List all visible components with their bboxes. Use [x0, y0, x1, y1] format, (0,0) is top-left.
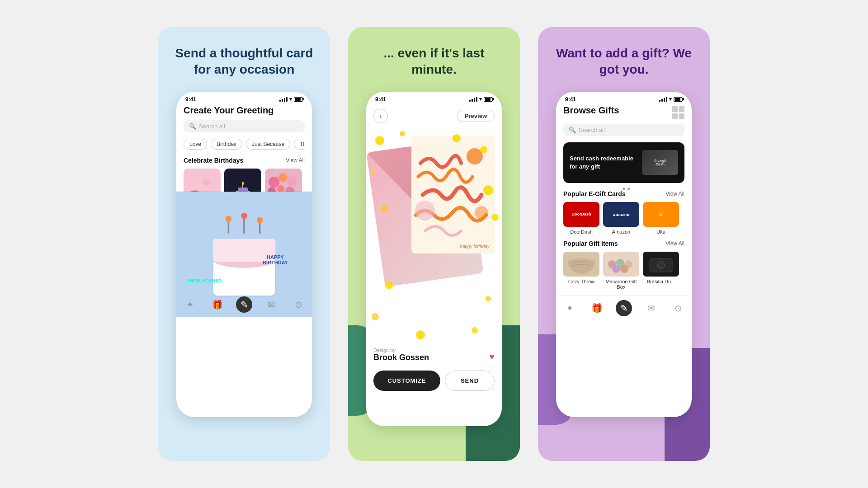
ulta-label: Ulta: [656, 229, 665, 235]
wifi-icon-3: ▾: [669, 96, 672, 102]
panel-1: Send a thoughtful card for any occasion …: [158, 27, 330, 461]
status-icons-3: ▾: [659, 96, 683, 102]
macaroon-label: Macaroon Gift Box: [603, 279, 639, 290]
signal-icon-3: [659, 97, 667, 102]
gift-items-section: Popular Gift Items View All: [563, 240, 684, 290]
panel-2: ... even if it's last minute. 9:41 ▾: [348, 27, 520, 461]
nav-profile-1[interactable]: ⊙: [290, 296, 307, 313]
card-preview-area: happy birthday: [366, 127, 502, 344]
gift-items-title: Popular Gift Items: [563, 240, 618, 247]
panel2-title: ... even if it's last minute.: [362, 45, 506, 78]
promo-banner[interactable]: Send cash redeemable for any gift Giving…: [563, 142, 684, 183]
trending-text-2: HAPPY BIRTHDAY: [263, 254, 288, 265]
grid-icon[interactable]: [672, 106, 684, 119]
browse-header: Browse Gifts: [563, 105, 684, 120]
svg-point-44: [415, 201, 435, 221]
trending-cards-grid: THINK POSITIVE: [184, 233, 305, 287]
panel3-title: Want to add a gift? We got you.: [552, 45, 696, 78]
doordash-label: DoorDash: [570, 229, 593, 235]
phone2-top-nav: ‹ Preview: [366, 105, 502, 127]
trending-card-2[interactable]: HAPPY BIRTHDAY: [246, 233, 305, 287]
designer-info: Design by Brook Gossen ♥: [366, 344, 502, 366]
egift-title: Popular E-Gift Cards: [563, 190, 626, 197]
nav-sparkle-3[interactable]: ✦: [561, 300, 578, 316]
search-placeholder-3: Search all: [579, 127, 605, 133]
doordash-logo: DoorDash: [563, 202, 599, 227]
phone-2: 9:41 ▾ ‹ Preview: [366, 92, 502, 426]
signal-icon-2: [469, 97, 477, 102]
brasilia-image: [643, 252, 679, 277]
browse-heading: Browse Gifts: [563, 105, 619, 116]
send-button[interactable]: SEND: [445, 371, 495, 391]
svg-point-31: [400, 131, 405, 136]
amazon-label: Amazon: [612, 229, 630, 235]
macaroon-item[interactable]: Macaroon Gift Box: [603, 252, 639, 290]
time-3: 9:41: [565, 96, 576, 103]
card-text: happy birthday: [460, 244, 490, 249]
svg-point-39: [416, 330, 425, 339]
status-icons-2: ▾: [469, 96, 493, 102]
search-icon-3: 🔍: [569, 127, 576, 133]
battery-icon-2: [484, 97, 493, 102]
svg-point-41: [372, 313, 379, 320]
nav-profile-3[interactable]: ⊙: [670, 300, 686, 316]
time-2: 9:41: [375, 96, 386, 103]
nav-gift-3[interactable]: 🎁: [589, 300, 605, 316]
bottom-nav-3: ✦ 🎁 ✎ ✉ ⊙: [556, 295, 692, 321]
phone-1: 9:41 ▾ Create Your Greeting: [176, 92, 312, 417]
nav-compose-3[interactable]: ✎: [616, 300, 632, 316]
nav-gift-1[interactable]: 🎁: [209, 296, 225, 313]
svg-point-43: [467, 148, 483, 164]
svg-point-51: [612, 265, 620, 273]
trending-text-1: THINK POSITIVE: [187, 278, 223, 283]
battery-icon-3: [674, 97, 683, 102]
amazon-logo: amazon: [603, 202, 639, 227]
promo-card-visual: Givingil Cash: [642, 150, 678, 175]
phone1-content: Create Your Greeting 🔍 Search all Love B…: [176, 105, 312, 287]
svg-point-38: [486, 296, 491, 301]
doordash-card[interactable]: DoorDash DoorDash: [563, 202, 599, 235]
phone-3: 9:41 ▾ Browse Gifts: [556, 92, 692, 417]
brasilia-item[interactable]: Brasilia Du...: [643, 252, 679, 290]
wifi-icon-2: ▾: [479, 96, 482, 102]
status-bar-2: 9:41 ▾: [366, 92, 502, 105]
ulta-card[interactable]: U Ulta: [643, 202, 679, 235]
search-bar-3[interactable]: 🔍 Search all: [563, 124, 684, 136]
panel1-title: Send a thoughtful card for any occasion: [172, 45, 316, 78]
action-buttons: CUSTOMIZE SEND: [366, 366, 502, 398]
preview-button[interactable]: Preview: [457, 110, 495, 122]
egift-view-all[interactable]: View All: [665, 191, 684, 197]
gift-items-view-all[interactable]: View All: [665, 240, 684, 247]
svg-rect-42: [411, 136, 495, 244]
design-by-label: Design by: [373, 347, 495, 353]
cozy-throw-item[interactable]: Cozy Throw: [563, 252, 599, 290]
nav-sparkle-1[interactable]: ✦: [182, 296, 198, 313]
dot-3: [627, 188, 630, 190]
gift-items-grid: Cozy Throw: [563, 252, 684, 290]
egift-section: Popular E-Gift Cards View All DoorDash D…: [563, 190, 684, 235]
back-button[interactable]: ‹: [373, 109, 388, 123]
cozy-throw-label: Cozy Throw: [568, 279, 594, 284]
svg-point-29: [375, 136, 384, 145]
status-bar-3: 9:41 ▾: [556, 92, 692, 105]
promo-text: Send cash redeemable for any gift: [570, 155, 637, 171]
cozy-throw-image: [563, 252, 599, 277]
nav-compose-1[interactable]: ✎: [236, 296, 252, 313]
macaroon-image: [603, 252, 639, 277]
brasilia-label: Brasilia Du...: [647, 279, 675, 284]
heart-icon[interactable]: ♥: [489, 352, 495, 362]
nav-envelope-1[interactable]: ✉: [263, 296, 279, 313]
egift-grid: DoorDash DoorDash amazon Amazon: [563, 202, 684, 235]
customize-button[interactable]: CUSTOMIZE: [373, 371, 440, 391]
nav-envelope-3[interactable]: ✉: [643, 300, 659, 316]
amazon-card[interactable]: amazon Amazon: [603, 202, 639, 235]
svg-point-55: [657, 262, 665, 269]
phone3-content: Browse Gifts 🔍 Search all: [556, 105, 692, 290]
egift-header: Popular E-Gift Cards View All: [563, 190, 684, 197]
greeting-card[interactable]: happy birthday: [411, 136, 495, 253]
designer-name: Brook Gossen: [373, 353, 495, 362]
panel-3: Want to add a gift? We got you. 9:41 ▾: [538, 27, 710, 461]
gift-items-header: Popular Gift Items View All: [563, 240, 684, 247]
svg-point-52: [620, 265, 628, 273]
svg-point-40: [472, 327, 478, 333]
